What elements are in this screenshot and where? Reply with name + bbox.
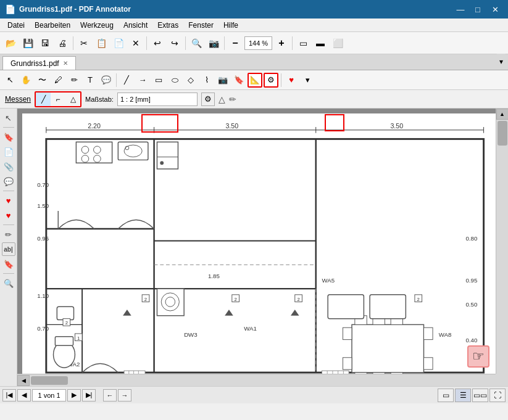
menu-bearbeiten[interactable]: Bearbeiten <box>30 19 75 31</box>
sep4 <box>224 36 225 50</box>
find-button[interactable]: 🔍 <box>188 35 204 51</box>
first-page-btn[interactable]: |◀ <box>2 389 16 401</box>
fit-page-button[interactable]: ▭ <box>295 35 311 51</box>
undo-button[interactable]: ↩ <box>149 35 165 51</box>
prev-page-btn[interactable]: ◀ <box>17 389 31 401</box>
save-all-button[interactable]: 🖫 <box>37 35 53 51</box>
print-button[interactable]: 🖨 <box>54 35 70 51</box>
sidebar-comment[interactable]: 💬 <box>2 175 15 188</box>
redo-button[interactable]: ↪ <box>167 35 183 51</box>
sep2 <box>146 36 147 50</box>
paste-button[interactable]: 📄 <box>110 35 127 51</box>
canvas-area: 2.20 3.50 3.50 <box>17 109 508 386</box>
camera-tool[interactable]: 📷 <box>215 73 230 88</box>
window-controls[interactable]: — □ ✕ <box>452 2 503 16</box>
app-icon: 📄 <box>5 4 15 14</box>
measure-bar: Messen ╱ ⌐ △ Maßstab: ⚙ △ ✏ <box>0 90 508 109</box>
svg-text:2: 2 <box>234 297 236 302</box>
menu-ansicht[interactable]: Ansicht <box>119 19 152 31</box>
stamp-tool[interactable]: 🔖 <box>231 73 246 88</box>
next-page-btn[interactable]: ▶ <box>67 389 81 401</box>
line-tool[interactable]: ╱ <box>119 73 134 88</box>
sidebar-heart2[interactable]: ♥ <box>2 208 15 222</box>
zoom-out-button[interactable]: − <box>227 35 243 51</box>
zoom-input[interactable] <box>244 36 272 50</box>
sidebar-pen[interactable]: ✏ <box>2 228 15 241</box>
cut-button[interactable]: ✂ <box>76 35 92 51</box>
menu-datei[interactable]: Datei <box>2 19 30 31</box>
scroll-thumb-v[interactable] <box>498 121 507 146</box>
hand-tool[interactable]: ✋ <box>19 73 33 88</box>
open-button[interactable]: 📂 <box>2 35 19 51</box>
sidebar-page[interactable]: 📄 <box>2 145 15 159</box>
measure-line-btn[interactable]: ╱ <box>36 93 51 106</box>
scrollbar-horizontal[interactable]: ◀ <box>17 374 496 386</box>
two-page-view[interactable]: ▭▭ <box>472 389 488 402</box>
measure-area-btn[interactable]: △ <box>65 93 80 106</box>
back-btn[interactable]: ← <box>103 389 117 401</box>
scale-input[interactable] <box>117 93 198 106</box>
brush-tool[interactable]: 〜 <box>35 73 49 88</box>
fit-width-button[interactable]: ▬ <box>312 35 328 51</box>
svg-rect-56 <box>343 358 352 369</box>
snapshot-button[interactable]: 📷 <box>206 35 222 51</box>
minimize-button[interactable]: — <box>452 2 468 16</box>
sidebar-attach[interactable]: 📎 <box>2 160 15 173</box>
heart-tool[interactable]: ♥ <box>284 73 299 88</box>
text-tool[interactable]: T <box>83 73 98 88</box>
sidebar-text[interactable]: ab| <box>2 242 15 256</box>
delete-button[interactable]: ✕ <box>128 35 144 51</box>
forward-btn[interactable]: → <box>118 389 131 401</box>
lasso-tool[interactable]: ⌇ <box>199 73 214 88</box>
svg-text:0.40: 0.40 <box>465 337 477 344</box>
highlight-tool[interactable]: 🖊 <box>51 73 65 88</box>
callout-tool[interactable]: 💬 <box>99 73 114 88</box>
fullscreen-view[interactable]: ⛶ <box>489 389 506 402</box>
sep3 <box>185 36 186 50</box>
zoom-in-button[interactable]: + <box>273 35 289 51</box>
tab-close-icon[interactable]: ✕ <box>63 60 68 67</box>
last-page-btn[interactable]: ▶| <box>82 389 96 401</box>
continuous-view[interactable]: ☰ <box>455 389 471 402</box>
calibrate-tool[interactable]: ⚙ <box>264 73 278 88</box>
menu-fenster[interactable]: Fenster <box>183 19 219 31</box>
page-input[interactable] <box>32 389 66 401</box>
scroll-thumb-h[interactable] <box>31 376 68 385</box>
more-tool[interactable]: ▾ <box>300 73 315 88</box>
measure-tool[interactable]: 📐 <box>248 73 262 88</box>
scale-settings-btn[interactable]: ⚙ <box>201 93 215 106</box>
close-button[interactable]: ✕ <box>487 2 503 16</box>
rect-tool[interactable]: ▭ <box>151 73 166 88</box>
sidebar-zoom[interactable]: 🔍 <box>2 276 15 290</box>
sidebar-select[interactable]: ↖ <box>2 111 15 125</box>
copy-button[interactable]: 📋 <box>93 35 109 51</box>
menu-hilfe[interactable]: Hilfe <box>219 19 243 31</box>
actual-size-button[interactable]: ⬜ <box>330 35 346 51</box>
scroll-up-btn[interactable]: ▲ <box>496 109 509 120</box>
measure-label[interactable]: Messen <box>5 95 31 104</box>
side-sep4 <box>3 273 14 274</box>
pen-tool[interactable]: ✏ <box>67 73 81 88</box>
ellipse-tool[interactable]: ⬭ <box>167 73 182 88</box>
svg-point-20 <box>124 145 142 157</box>
sidebar-stamp[interactable]: 🔖 <box>2 257 15 271</box>
save-button[interactable]: 💾 <box>20 35 36 51</box>
arrow-tool[interactable]: → <box>135 73 150 88</box>
svg-text:WA1: WA1 <box>244 325 257 332</box>
svg-text:1.85: 1.85 <box>208 273 220 279</box>
menu-werkzeug[interactable]: Werkzeug <box>75 19 119 31</box>
menu-extras[interactable]: Extras <box>152 19 183 31</box>
eraser-tool[interactable]: ◇ <box>183 73 198 88</box>
select-tool[interactable]: ↖ <box>2 73 17 88</box>
single-page-view[interactable]: ▭ <box>438 389 454 402</box>
scrollbar-vertical[interactable]: ▲ <box>496 109 508 374</box>
measure-poly-btn[interactable]: ⌐ <box>51 93 65 106</box>
tab-grundriss[interactable]: Grundriss1.pdf ✕ <box>2 56 76 70</box>
measure-tool-group: ╱ ⌐ △ <box>35 91 81 107</box>
sidebar-bookmark[interactable]: 🔖 <box>2 130 15 144</box>
tab-scroll-arrow[interactable]: ▾ <box>497 54 506 70</box>
maximize-button[interactable]: □ <box>470 2 486 16</box>
sidebar-heart[interactable]: ♥ <box>2 194 15 207</box>
svg-rect-60 <box>370 295 406 319</box>
scroll-left-btn[interactable]: ◀ <box>17 375 30 386</box>
